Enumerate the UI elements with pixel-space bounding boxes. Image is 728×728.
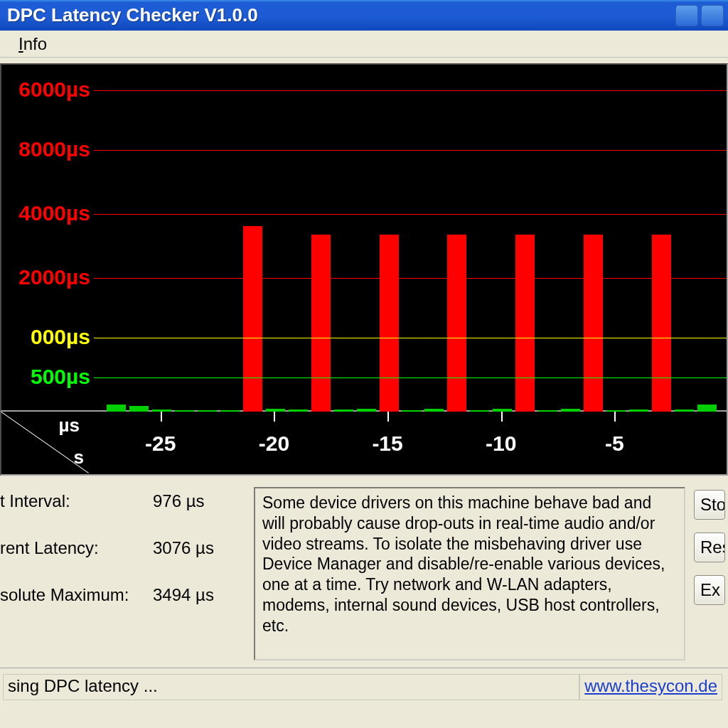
latency-bar	[243, 226, 262, 412]
menu-info[interactable]: Info	[10, 31, 55, 57]
status-link-cell: www.thesycon.de	[579, 674, 722, 700]
y-tick-label: 4000µs	[18, 201, 90, 225]
y-tick-label: 000µs	[31, 325, 90, 349]
gridline	[94, 338, 727, 338]
latency-bar	[311, 235, 331, 412]
plot-background: 6000µs8000µs4000µs2000µs000µs500µs	[0, 63, 728, 412]
x-tick-mark	[274, 412, 275, 422]
exit-button[interactable]: Ex	[694, 575, 725, 605]
reset-button[interactable]: Res	[694, 532, 725, 562]
absolute-max-label: solute Maximum:	[0, 585, 153, 605]
gridline	[94, 90, 727, 91]
maximize-button[interactable]	[701, 5, 724, 26]
x-tick-mark	[614, 412, 616, 422]
current-latency-label: rent Latency:	[0, 538, 153, 558]
y-tick-label: 8000µs	[18, 137, 90, 161]
bars-area	[94, 65, 727, 413]
absolute-max-value: 3494 µs	[153, 585, 214, 605]
stats-column: t Interval: 976 µs rent Latency: 3076 µs…	[0, 487, 245, 660]
gridline	[94, 278, 727, 279]
interval-label: t Interval:	[0, 491, 153, 511]
chart-area: 6000µs8000µs4000µs2000µs000µs500µs µs s …	[0, 58, 728, 476]
latency-bar	[652, 235, 671, 412]
x-tick-mark	[501, 412, 503, 422]
y-axis-labels: 6000µs8000µs4000µs2000µs000µs500µs	[0, 65, 90, 413]
minimize-button[interactable]	[675, 5, 698, 26]
window-title: DPC Latency Checker V1.0.0	[7, 4, 258, 26]
x-axis-unit: s	[74, 446, 84, 469]
title-bar: DPC Latency Checker V1.0.0	[0, 0, 728, 31]
y-tick-label: 6000µs	[18, 77, 90, 102]
x-tick-mark	[161, 412, 162, 422]
latency-bar	[107, 405, 126, 412]
website-link[interactable]: www.thesycon.de	[584, 676, 717, 695]
gridline	[94, 378, 727, 378]
latency-bar	[380, 235, 399, 412]
menu-bar: Info	[0, 31, 728, 58]
y-tick-label: 500µs	[31, 365, 90, 389]
message-box: Some device drivers on this machine beha…	[254, 487, 685, 660]
axis-corner: µs s	[0, 412, 92, 476]
x-tick-mark	[387, 412, 389, 422]
status-text: sing DPC latency ...	[3, 674, 579, 700]
y-tick-label: 2000µs	[18, 265, 90, 289]
gridline	[94, 214, 727, 215]
current-latency-value: 3076 µs	[153, 538, 214, 558]
x-tick-label: -10	[486, 432, 516, 456]
latency-bar	[515, 235, 535, 412]
latency-chart: 6000µs8000µs4000µs2000µs000µs500µs µs s …	[0, 63, 728, 476]
latency-bar	[697, 405, 717, 412]
latency-bar	[129, 406, 149, 412]
status-bar: sing DPC latency ... www.thesycon.de	[0, 668, 728, 703]
gridline	[94, 150, 727, 151]
button-column: Sto Res Ex	[694, 487, 725, 660]
x-tick-label: -15	[372, 432, 402, 456]
x-axis: -25-20-15-10-5	[92, 412, 728, 476]
x-tick-label: -25	[145, 432, 176, 456]
window-controls	[675, 5, 724, 26]
stop-button[interactable]: Sto	[694, 490, 725, 520]
interval-value: 976 µs	[153, 491, 205, 511]
y-axis-unit: µs	[59, 414, 80, 437]
x-tick-label: -20	[259, 432, 289, 456]
latency-bar	[584, 235, 603, 412]
x-tick-label: -5	[605, 432, 624, 456]
latency-bar	[447, 235, 466, 412]
info-panel: t Interval: 976 µs rent Latency: 3076 µs…	[0, 476, 728, 668]
